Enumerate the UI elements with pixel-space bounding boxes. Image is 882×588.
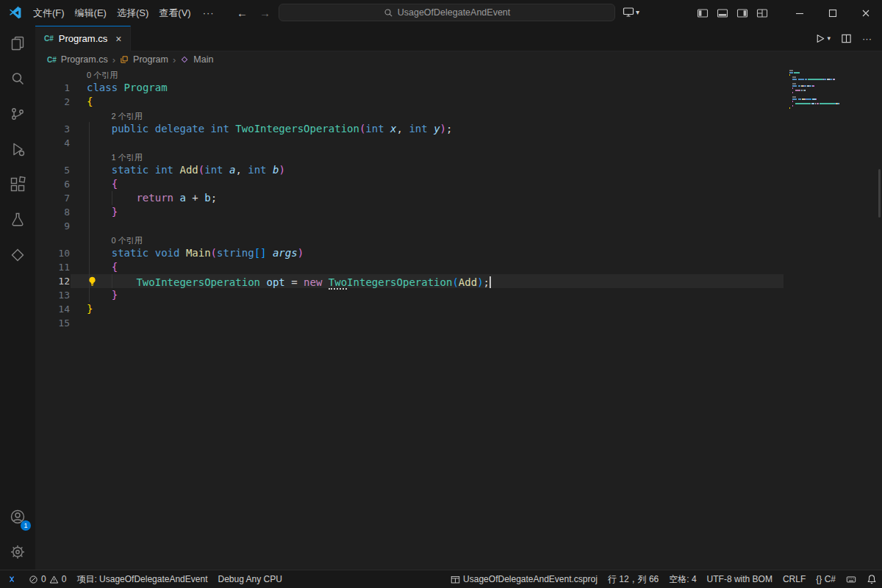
forward-button[interactable]: → <box>259 7 270 19</box>
code-line-1[interactable]: 1class Program <box>35 81 784 95</box>
line-number[interactable]: 4 <box>35 136 70 150</box>
line-number[interactable]: 3 <box>35 122 70 136</box>
run-debug-icon[interactable] <box>0 132 35 167</box>
code-line-2[interactable]: 2{ <box>35 95 784 109</box>
project-status[interactable]: 项目: UsageOfDelegateAndEvent <box>71 570 212 588</box>
vscode-window: { "colors": { "shell_bg": "#181818", "ed… <box>0 0 882 588</box>
maximize-button[interactable] <box>816 0 849 26</box>
line-number[interactable]: 10 <box>35 246 70 260</box>
code-line-7[interactable]: 7 return a + b; <box>35 191 784 205</box>
status-extra-icon[interactable] <box>841 570 861 588</box>
code-text: { <box>87 177 118 191</box>
menu-view[interactable]: 查看(V) <box>154 4 196 22</box>
toggle-panel-icon[interactable] <box>717 7 728 19</box>
scrollbar-thumb[interactable] <box>878 169 881 218</box>
codelens-reference[interactable]: 2 个引用 <box>35 109 784 122</box>
minimap[interactable] <box>789 70 876 112</box>
codelens-reference[interactable]: 0 个引用 <box>35 68 784 81</box>
cursor-position-status[interactable]: 行 12，列 66 <box>603 570 664 588</box>
line-number[interactable]: 15 <box>35 316 70 330</box>
testing-icon[interactable] <box>0 202 35 237</box>
code-line-14[interactable]: 14} <box>35 302 784 316</box>
screencast-dropdown[interactable]: ▾ <box>623 6 639 18</box>
minimize-button[interactable] <box>783 0 816 26</box>
code-text: public delegate int TwoIntegersOperation… <box>87 122 452 136</box>
search-sidebar-icon[interactable] <box>0 61 35 96</box>
code-line-3[interactable]: 3 public delegate int TwoIntegersOperati… <box>35 122 784 136</box>
breadcrumb-file[interactable]: Program.cs <box>61 54 108 65</box>
code-line-8[interactable]: 8 } <box>35 205 784 219</box>
code-line-5[interactable]: 5 static int Add(int a, int b) <box>35 163 784 177</box>
code-text: } <box>87 205 118 219</box>
split-editor-button[interactable] <box>841 33 852 44</box>
line-number[interactable]: 8 <box>35 205 70 219</box>
tab-program-cs[interactable]: C# Program.cs × <box>35 26 131 51</box>
error-icon <box>29 575 38 584</box>
account-icon[interactable]: 1 <box>0 499 35 534</box>
minimap-lines <box>789 70 876 111</box>
lightbulb-icon[interactable] <box>87 276 97 286</box>
code-text: static void Main(string[] args) <box>87 246 304 260</box>
editor-more-actions-button[interactable]: ··· <box>862 33 872 44</box>
line-number[interactable]: 11 <box>35 260 70 274</box>
explorer-icon[interactable] <box>0 26 35 61</box>
close-button[interactable] <box>849 0 882 26</box>
code-text: { <box>87 260 118 274</box>
codelens-reference[interactable]: 0 个引用 <box>35 233 784 246</box>
code-line-11[interactable]: 11 { <box>35 260 784 274</box>
debug-config-status[interactable]: Debug Any CPU <box>212 570 287 588</box>
command-center-search[interactable]: UsageOfDelegateAndEvent <box>279 4 615 21</box>
monitor-icon <box>623 6 634 18</box>
debug-label: Debug Any CPU <box>218 574 282 584</box>
breadcrumb-method[interactable]: Main <box>193 54 213 65</box>
code-text: static int Add(int a, int b) <box>87 163 285 177</box>
menu-file[interactable]: 文件(F) <box>28 4 70 22</box>
code-line-10[interactable]: 10 static void Main(string[] args) <box>35 246 784 260</box>
remote-indicator[interactable] <box>0 570 24 588</box>
eol-status[interactable]: CRLF <box>778 570 811 588</box>
line-number[interactable]: 1 <box>35 81 70 95</box>
extension-diamond-icon[interactable] <box>0 237 35 273</box>
line-number[interactable]: 5 <box>35 163 70 177</box>
run-chevron-icon: ▾ <box>827 35 831 42</box>
code-line-15[interactable]: 15 <box>35 316 784 330</box>
method-symbol-icon <box>180 55 189 64</box>
tab-bar: C# Program.cs × ▾ ··· <box>35 26 882 51</box>
indentation-status[interactable]: 空格: 4 <box>664 570 701 588</box>
code-line-12[interactable]: 12 TwoIntegersOperation opt = new TwoInt… <box>35 274 784 288</box>
back-button[interactable]: ← <box>237 7 248 19</box>
line-number[interactable]: 13 <box>35 288 70 302</box>
csproj-status[interactable]: UsageOfDelegateAndEvent.csproj <box>445 570 603 588</box>
encoding-status[interactable]: UTF-8 with BOM <box>702 570 778 588</box>
settings-gear-icon[interactable] <box>0 534 35 570</box>
line-number[interactable]: 14 <box>35 302 70 316</box>
breadcrumb-class[interactable]: Program <box>133 54 168 65</box>
editor[interactable]: 0 个引用1class Program2{2 个引用3 public deleg… <box>35 68 882 570</box>
run-button[interactable]: ▾ <box>814 33 831 44</box>
line-number[interactable]: 2 <box>35 95 70 109</box>
menu-selection[interactable]: 选择(S) <box>112 4 154 22</box>
line-number[interactable]: 9 <box>35 219 70 233</box>
toggle-secondary-sidebar-icon[interactable] <box>736 7 748 19</box>
toggle-sidebar-icon[interactable] <box>697 7 709 19</box>
line-number[interactable]: 6 <box>35 177 70 191</box>
menu-more-button[interactable]: ··· <box>196 5 221 21</box>
project-label: 项目: UsageOfDelegateAndEvent <box>76 573 207 586</box>
notifications-bell-icon[interactable] <box>861 570 882 588</box>
code-line-4[interactable]: 4 <box>35 136 784 150</box>
indentation-label: 空格: 4 <box>669 573 696 586</box>
customize-layout-icon[interactable] <box>756 7 768 19</box>
close-tab-icon[interactable]: × <box>115 33 121 45</box>
source-control-icon[interactable] <box>0 96 35 132</box>
codelens-reference[interactable]: 1 个引用 <box>35 150 784 163</box>
code-line-6[interactable]: 6 { <box>35 177 784 191</box>
code-line-13[interactable]: 13 } <box>35 288 784 302</box>
line-number[interactable]: 12 <box>35 274 70 288</box>
problems-button[interactable]: 0 0 <box>24 570 71 588</box>
extensions-icon[interactable] <box>0 167 35 202</box>
line-number[interactable]: 7 <box>35 191 70 205</box>
language-mode-status[interactable]: {} C# <box>811 570 841 588</box>
code-line-9[interactable]: 9 <box>35 219 784 233</box>
project-file-icon <box>451 575 460 584</box>
menu-edit[interactable]: 编辑(E) <box>70 4 112 22</box>
